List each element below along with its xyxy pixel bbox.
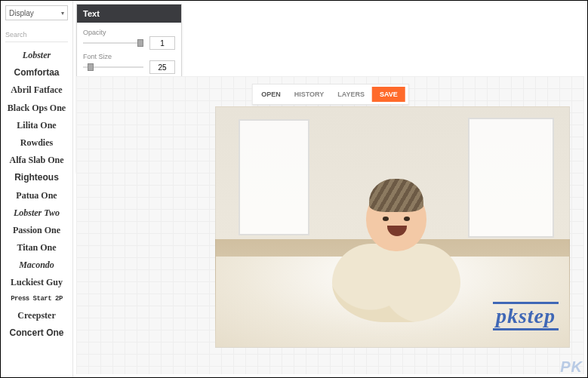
font-item[interactable]: Titan One	[5, 239, 68, 257]
baby-illustration	[313, 179, 472, 337]
panel-title: Text	[77, 5, 181, 23]
font-item[interactable]: Passion One	[5, 222, 68, 239]
watermark-text[interactable]: pkstep	[493, 302, 559, 330]
opacity-slider[interactable]	[83, 38, 143, 48]
opacity-label: Opacity	[83, 29, 175, 36]
font-item[interactable]: Rowdies	[5, 134, 68, 152]
font-item[interactable]: Concert One	[5, 324, 68, 342]
fontsize-slider[interactable]	[83, 62, 143, 72]
font-item[interactable]: Patua One	[5, 187, 68, 204]
font-item[interactable]: Lilita One	[5, 117, 68, 134]
font-item[interactable]: Alfa Slab One	[5, 152, 68, 169]
font-item[interactable]: Comfortaa	[5, 64, 68, 81]
fontsize-input[interactable]	[149, 60, 175, 74]
font-list: Lobster Comfortaa Abril Fatface Black Op…	[5, 47, 68, 342]
font-item[interactable]: Black Ops One	[5, 100, 68, 117]
chevron-down-icon: ▾	[61, 10, 64, 17]
category-select[interactable]: Display ▾	[5, 5, 68, 20]
fontsize-label: Font Size	[83, 53, 175, 60]
font-item[interactable]: Creepster	[5, 307, 68, 324]
open-button[interactable]: OPEN	[255, 87, 287, 102]
font-sidebar: Display ▾ Search Lobster Comfortaa Abril…	[1, 1, 73, 378]
canvas-toolbar: OPEN HISTORY LAYERS SAVE	[251, 84, 409, 105]
font-item[interactable]: Abril Fatface	[5, 81, 68, 99]
font-item[interactable]: Press Start 2P	[5, 292, 68, 307]
search-label: Search	[5, 31, 68, 42]
layers-button[interactable]: LAYERS	[331, 87, 371, 102]
font-item[interactable]: Lobster	[5, 47, 68, 64]
font-item[interactable]: Lobster Two	[5, 204, 68, 222]
font-item[interactable]: Righteous	[5, 169, 68, 186]
category-value: Display	[9, 9, 34, 17]
save-button[interactable]: SAVE	[372, 87, 405, 102]
corner-watermark: PK	[560, 358, 583, 376]
font-item[interactable]: Luckiest Guy	[5, 274, 68, 291]
canvas-area[interactable]: OPEN HISTORY LAYERS SAVE pkstep	[76, 76, 584, 374]
opacity-input[interactable]	[149, 36, 175, 50]
font-item[interactable]: Macondo	[5, 257, 68, 274]
canvas-image[interactable]: pkstep	[215, 106, 570, 348]
slider-thumb-icon[interactable]	[88, 63, 94, 71]
slider-thumb-icon[interactable]	[137, 39, 143, 47]
history-button[interactable]: HISTORY	[288, 87, 331, 102]
